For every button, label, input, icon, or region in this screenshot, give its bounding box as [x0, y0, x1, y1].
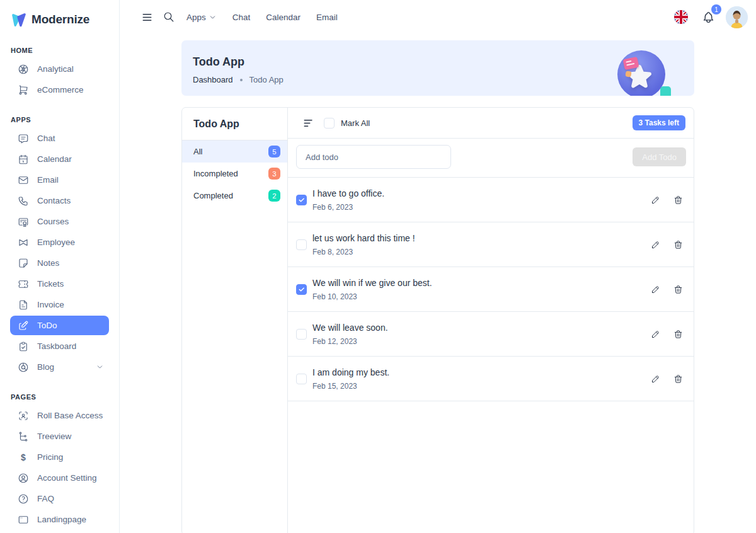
brand-name: Modernize: [32, 13, 89, 26]
certificate-icon: [18, 216, 29, 227]
search-button[interactable]: [159, 8, 178, 26]
check-icon: [298, 197, 305, 203]
todo-checkbox[interactable]: [296, 284, 307, 295]
delete-todo-button[interactable]: [673, 330, 683, 339]
delete-todo-button[interactable]: [673, 374, 683, 384]
todo-actions: [651, 195, 683, 205]
sidebar-item-courses[interactable]: Courses: [10, 212, 109, 231]
todo-checkbox[interactable]: [296, 374, 307, 384]
todo-panel-title: Todo App: [182, 108, 287, 140]
page-content: Todo App Dashboard Todo App: [120, 34, 756, 533]
todo-text: let us work hard this time ! Feb 8, 2023: [312, 233, 415, 256]
filter-completed[interactable]: Completed 2: [182, 185, 287, 207]
todo-list: I have to go office. Feb 6, 2023: [288, 177, 694, 401]
topnav-link-label: Apps: [186, 13, 206, 22]
topnav-link-label: Chat: [232, 13, 251, 22]
page-header-banner: Todo App Dashboard Todo App: [181, 40, 694, 96]
mark-all-checkbox[interactable]: [324, 118, 335, 129]
todo-filter-panel: Todo App All 5 Incompleted 3 Completed 2: [182, 108, 288, 533]
todo-date: Feb 15, 2023: [312, 382, 389, 391]
todo-list-header: Mark All 3 Tasks left: [288, 108, 694, 139]
sidebar-item-landingpage[interactable]: Landingpage: [10, 510, 109, 529]
shopping-cart-icon: [18, 84, 29, 96]
todo-date: Feb 10, 2023: [312, 292, 432, 301]
sidebar-item-todo[interactable]: ToDo: [10, 316, 109, 335]
sidebar-item-label: Landingpage: [37, 515, 86, 524]
add-todo-button[interactable]: Add Todo: [633, 147, 686, 166]
todo-actions: [651, 285, 683, 294]
sidebar-item-invoice[interactable]: Invoice: [10, 295, 109, 314]
sidebar-item-analytical[interactable]: Analytical: [10, 59, 109, 79]
topnav-link-chat[interactable]: Chat: [232, 13, 251, 22]
sidebar-item-taskboard[interactable]: Taskboard: [10, 336, 109, 356]
brand-logo-icon: [10, 11, 27, 28]
sidebar-item-treeview[interactable]: Treeview: [10, 427, 109, 446]
app-root: Modernize HOME Analytical eCommerce APPS…: [0, 0, 756, 533]
sidebar-section-pages-label: PAGES: [11, 393, 119, 401]
sidebar-item-blog[interactable]: Blog: [10, 357, 109, 377]
topnav-link-calendar[interactable]: Calendar: [266, 13, 301, 22]
sidebar-item-calendar[interactable]: Calendar: [10, 149, 109, 169]
todo-text: I am doing my best. Feb 15, 2023: [312, 367, 389, 391]
sidebar-item-label: Taskboard: [37, 341, 76, 351]
todo-actions: [651, 240, 683, 249]
todo-text: We will win if we give our best. Feb 10,…: [312, 278, 432, 301]
breadcrumb-dashboard-link[interactable]: Dashboard: [193, 75, 233, 84]
delete-todo-button[interactable]: [673, 195, 683, 205]
filter-incompleted[interactable]: Incompleted 3: [182, 163, 287, 185]
todo-title: I have to go office.: [312, 188, 384, 198]
sidebar-item-chat[interactable]: Chat: [10, 129, 109, 148]
edit-todo-button[interactable]: [651, 374, 660, 384]
topnav-link-label: Email: [316, 13, 338, 22]
filter-count-badge: 5: [268, 146, 280, 158]
page-title: Todo App: [193, 55, 694, 69]
add-todo-input[interactable]: [296, 145, 451, 169]
delete-todo-button[interactable]: [673, 285, 683, 294]
todo-title: We will leave soon.: [312, 323, 388, 333]
todo-checkbox[interactable]: [296, 195, 307, 205]
user-avatar[interactable]: [726, 6, 748, 28]
user-circle-icon: [18, 473, 29, 484]
todo-title: I am doing my best.: [312, 367, 389, 377]
sidebar-section-home-label: HOME: [11, 47, 119, 54]
sidebar-item-contacts[interactable]: Contacts: [10, 191, 109, 210]
check-icon: [298, 286, 305, 293]
todo-checkbox[interactable]: [296, 329, 307, 340]
hamburger-menu-button[interactable]: [137, 8, 156, 26]
todo-actions: [651, 374, 683, 384]
sidebar-item-label: Roll Base Access: [37, 411, 103, 420]
sort-icon[interactable]: [302, 117, 314, 129]
sidebar-item-roll-base-access[interactable]: Roll Base Access: [10, 406, 109, 425]
topnav-link-apps[interactable]: Apps: [186, 13, 217, 22]
sidebar-item-ecommerce[interactable]: eCommerce: [10, 80, 109, 100]
sidebar-item-account-setting[interactable]: Account Setting: [10, 468, 109, 488]
edit-todo-button[interactable]: [651, 330, 660, 339]
edit-todo-button[interactable]: [651, 285, 660, 294]
sidebar-item-label: Employee: [37, 238, 75, 247]
language-flag-button[interactable]: [672, 8, 690, 26]
sidebar-item-tickets[interactable]: Tickets: [10, 274, 109, 294]
edit-todo-button[interactable]: [651, 240, 660, 249]
sidebar-item-employee[interactable]: Employee: [10, 232, 109, 252]
sidebar-item-email[interactable]: Email: [10, 170, 109, 190]
brand-logo[interactable]: Modernize: [0, 9, 119, 30]
topnav-link-email[interactable]: Email: [316, 13, 338, 22]
filter-label: All: [193, 147, 202, 156]
edit-icon: [18, 320, 29, 331]
todo-checkbox[interactable]: [296, 239, 307, 250]
calendar-icon: [18, 154, 29, 165]
sidebar-item-pricing[interactable]: $ Pricing: [10, 447, 109, 467]
sidebar-item-notes[interactable]: Notes: [10, 253, 109, 273]
sidebar-item-label: FAQ: [37, 494, 54, 503]
sidebar-item-faq[interactable]: FAQ: [10, 489, 109, 508]
delete-todo-button[interactable]: [673, 240, 683, 249]
sidebar-item-label: Invoice: [37, 300, 64, 309]
note-icon: [18, 258, 29, 269]
ticket-icon: [18, 278, 29, 290]
donut-chart-icon: [18, 362, 29, 373]
todo-text: We will leave soon. Feb 12, 2023: [312, 323, 388, 346]
filter-all[interactable]: All 5: [182, 140, 287, 163]
mail-icon: [18, 175, 29, 186]
edit-todo-button[interactable]: [651, 195, 660, 205]
sidebar-item-label: Notes: [37, 258, 59, 268]
